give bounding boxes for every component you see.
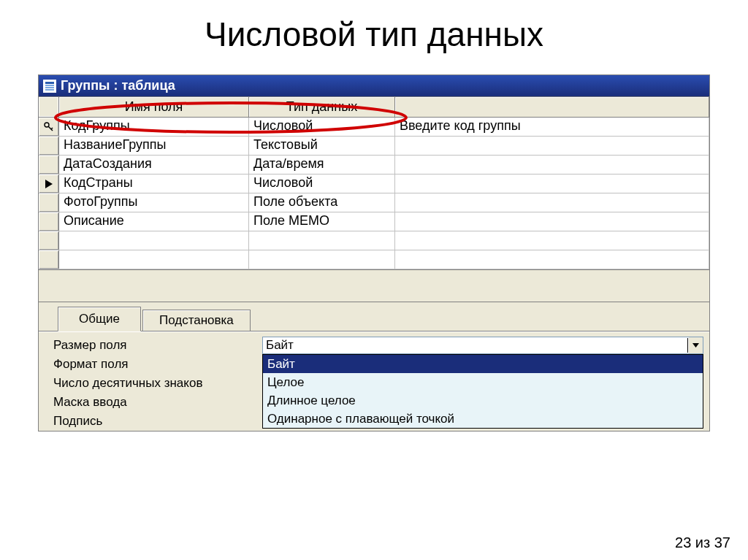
cell-description[interactable] — [395, 174, 709, 193]
field-properties-pane: Общие Подстановка Размер поляБайтБайтЦел… — [39, 302, 709, 431]
table-row[interactable]: КодГруппыЧисловойВведите код группы — [39, 118, 709, 137]
svg-rect-1 — [45, 82, 54, 84]
tab-lookup[interactable]: Подстановка — [142, 310, 251, 331]
svg-rect-4 — [45, 89, 54, 91]
dropdown-option[interactable]: Одинарное с плавающей точкой — [263, 410, 703, 428]
primary-key-icon — [44, 122, 54, 132]
window-title: Группы : таблица — [61, 78, 175, 93]
cell-description[interactable] — [395, 156, 709, 174]
cell-description[interactable]: Введите код группы — [395, 118, 709, 136]
cell-data-type[interactable]: Числовой — [249, 118, 395, 136]
row-selector[interactable] — [39, 250, 59, 269]
field-size-value[interactable]: Байт — [263, 338, 688, 353]
row-selector-header — [39, 97, 59, 117]
table-icon — [43, 80, 56, 93]
cell-data-type[interactable]: Числовой — [249, 174, 395, 193]
dropdown-button[interactable] — [688, 337, 703, 353]
field-size-combo[interactable]: Байт — [262, 337, 703, 354]
table-row[interactable] — [39, 231, 709, 250]
cell-data-type[interactable] — [249, 231, 395, 250]
table-row[interactable]: ФотоГруппыПоле объекта — [39, 193, 709, 212]
cell-field-name[interactable]: КодСтраны — [59, 174, 249, 193]
property-value[interactable]: БайтБайтЦелоеДлинное целоеОдинарное с пл… — [262, 337, 703, 354]
property-label: Подпись — [50, 414, 262, 429]
svg-marker-8 — [45, 180, 53, 188]
slide-title: Числовой тип данных — [7, 15, 741, 54]
cell-data-type[interactable]: Поле объекта — [249, 193, 395, 212]
cell-field-name[interactable]: НазваниеГруппы — [59, 137, 249, 155]
property-label: Размер поля — [50, 338, 262, 353]
slide-page-number: 23 из 37 — [675, 534, 730, 551]
property-label: Число десятичных знаков — [50, 376, 262, 391]
row-selector[interactable] — [39, 212, 59, 231]
svg-line-7 — [51, 128, 53, 129]
svg-rect-2 — [45, 85, 54, 86]
cell-description[interactable] — [395, 137, 709, 155]
table-row[interactable] — [39, 250, 709, 269]
chevron-down-icon — [692, 343, 699, 348]
cell-description[interactable] — [395, 231, 709, 250]
cell-field-name[interactable] — [59, 231, 249, 250]
table-row[interactable]: ОписаниеПоле МЕМО — [39, 212, 709, 231]
cell-description[interactable] — [395, 193, 709, 212]
svg-rect-3 — [45, 87, 54, 88]
cell-field-name[interactable]: КодГруппы — [59, 118, 249, 136]
tab-general-content: Размер поляБайтБайтЦелоеДлинное целоеОди… — [39, 331, 709, 431]
cell-data-type[interactable]: Дата/время — [249, 156, 395, 174]
table-row[interactable]: КодСтраныЧисловой — [39, 174, 709, 193]
properties-tabs: Общие Подстановка — [39, 302, 709, 331]
header-data-type[interactable]: Тип данных — [249, 97, 395, 117]
cell-data-type[interactable]: Текстовый — [249, 137, 395, 155]
window-titlebar: Группы : таблица — [39, 75, 709, 96]
table-row[interactable]: ДатаСозданияДата/время — [39, 156, 709, 174]
header-field-name[interactable]: Имя поля — [59, 97, 249, 117]
property-row: Размер поляБайтБайтЦелоеДлинное целоеОди… — [50, 336, 703, 355]
pane-spacer — [39, 269, 709, 302]
row-selector[interactable] — [39, 174, 59, 193]
header-description[interactable] — [395, 97, 709, 117]
current-row-icon — [45, 180, 53, 188]
row-selector[interactable] — [39, 231, 59, 250]
svg-marker-10 — [692, 343, 699, 348]
design-grid: Имя поля Тип данных КодГруппыЧисловойВве… — [39, 96, 709, 269]
cell-field-name[interactable] — [59, 250, 249, 269]
cell-field-name[interactable]: ФотоГруппы — [59, 193, 249, 212]
row-selector[interactable] — [39, 137, 59, 155]
tab-general[interactable]: Общие — [58, 307, 141, 331]
dropdown-option[interactable]: Целое — [263, 373, 703, 391]
cell-field-name[interactable]: Описание — [59, 212, 249, 231]
cell-description[interactable] — [395, 250, 709, 269]
row-selector[interactable] — [39, 193, 59, 212]
cell-data-type[interactable] — [249, 250, 395, 269]
property-label: Формат поля — [50, 357, 262, 372]
access-window: Группы : таблица Имя поля Тип данных Код… — [38, 74, 710, 431]
dropdown-option[interactable]: Байт — [263, 355, 703, 373]
grid-header-row: Имя поля Тип данных — [39, 97, 709, 118]
row-selector[interactable] — [39, 118, 59, 136]
cell-data-type[interactable]: Поле МЕМО — [249, 212, 395, 231]
table-row[interactable]: НазваниеГруппыТекстовый — [39, 137, 709, 156]
row-selector[interactable] — [39, 156, 59, 174]
cell-description[interactable] — [395, 212, 709, 231]
property-label: Маска ввода — [50, 395, 262, 410]
field-size-dropdown: БайтЦелоеДлинное целоеОдинарное с плаваю… — [262, 354, 703, 429]
cell-field-name[interactable]: ДатаСоздания — [59, 156, 249, 174]
dropdown-option[interactable]: Длинное целое — [263, 391, 703, 410]
